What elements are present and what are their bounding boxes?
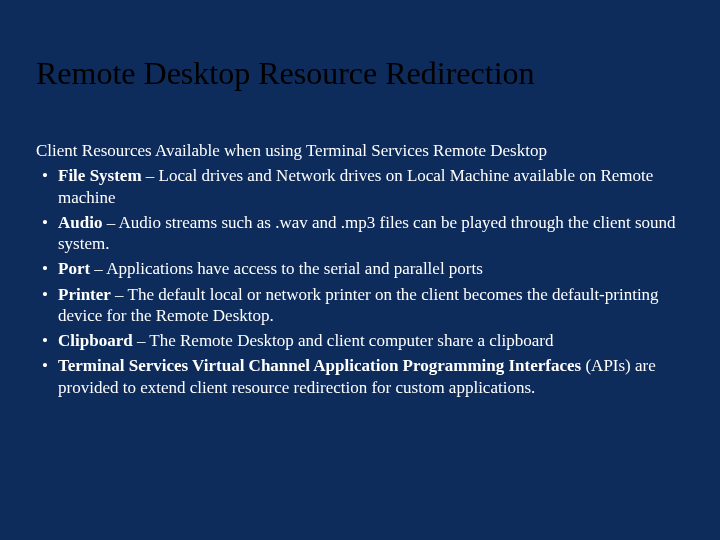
list-item: Printer – The default local or network p…	[36, 284, 684, 327]
intro-text: Client Resources Available when using Te…	[36, 140, 684, 161]
list-item: Clipboard – The Remote Desktop and clien…	[36, 330, 684, 351]
list-item: File System – Local drives and Network d…	[36, 165, 684, 208]
bullet-bold: Terminal Services Virtual Channel Applic…	[58, 356, 581, 375]
slide-content: Client Resources Available when using Te…	[36, 140, 684, 402]
bullet-bold: Clipboard	[58, 331, 133, 350]
bullet-rest: – The Remote Desktop and client computer…	[133, 331, 554, 350]
list-item: Terminal Services Virtual Channel Applic…	[36, 355, 684, 398]
bullet-bold: File System	[58, 166, 142, 185]
bullet-rest: – Local drives and Network drives on Loc…	[58, 166, 653, 206]
bullet-list: File System – Local drives and Network d…	[36, 165, 684, 398]
bullet-rest: – The default local or network printer o…	[58, 285, 659, 325]
bullet-bold: Audio	[58, 213, 102, 232]
bullet-rest: – Applications have access to the serial…	[90, 259, 483, 278]
bullet-bold: Printer	[58, 285, 111, 304]
list-item: Port – Applications have access to the s…	[36, 258, 684, 279]
list-item: Audio – Audio streams such as .wav and .…	[36, 212, 684, 255]
slide: Remote Desktop Resource Redirection Clie…	[0, 0, 720, 540]
slide-title: Remote Desktop Resource Redirection	[36, 56, 684, 91]
bullet-bold: Port	[58, 259, 90, 278]
bullet-rest: – Audio streams such as .wav and .mp3 fi…	[58, 213, 676, 253]
